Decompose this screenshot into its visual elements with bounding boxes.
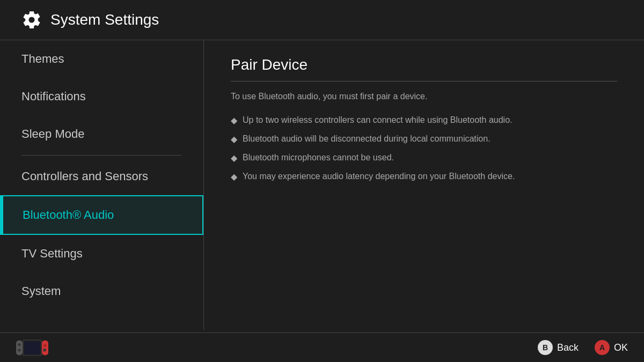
sidebar: Themes Notifications Sleep Mode Controll…	[0, 40, 204, 330]
page-title: System Settings	[50, 11, 159, 28]
svg-rect-0	[16, 340, 23, 354]
content-area: Pair Device To use Bluetooth audio, you …	[204, 40, 644, 330]
sidebar-item-controllers-and-sensors[interactable]: Controllers and Sensors	[0, 158, 203, 195]
switch-console-icon	[16, 338, 48, 357]
main-layout: Themes Notifications Sleep Mode Controll…	[0, 40, 644, 330]
bullet-item-4: ◆ You may experience audio latency depen…	[231, 170, 617, 183]
back-label: Back	[557, 342, 579, 353]
sidebar-item-bluetooth-audio[interactable]: Bluetooth® Audio	[0, 195, 203, 235]
bullet-diamond-3: ◆	[231, 152, 237, 165]
sidebar-divider	[21, 155, 182, 156]
sidebar-item-system[interactable]: System	[0, 272, 203, 310]
svg-point-2	[18, 349, 20, 351]
sidebar-item-sleep-mode[interactable]: Sleep Mode	[0, 115, 203, 153]
b-button-circle: B	[538, 340, 553, 355]
sidebar-item-tv-settings[interactable]: TV Settings	[0, 235, 203, 272]
svg-rect-5	[24, 341, 40, 354]
bullet-item-2: ◆ Bluetooth audio will be disconnected d…	[231, 132, 617, 146]
bottom-buttons: B Back A OK	[538, 340, 628, 355]
sidebar-item-themes[interactable]: Themes	[0, 40, 203, 78]
a-button-circle: A	[595, 340, 610, 355]
settings-gear-icon	[21, 10, 42, 30]
bullet-diamond-2: ◆	[231, 133, 237, 146]
bottom-bar: B Back A OK	[0, 333, 644, 362]
bullet-item-1: ◆ Up to two wireless controllers can con…	[231, 114, 617, 127]
content-title: Pair Device	[231, 56, 617, 82]
content-description: To use Bluetooth audio, you must first p…	[231, 90, 617, 103]
header: System Settings	[0, 0, 644, 40]
bullet-diamond-1: ◆	[231, 114, 237, 127]
back-button[interactable]: B Back	[538, 340, 579, 355]
bullet-diamond-4: ◆	[231, 171, 237, 183]
ok-button[interactable]: A OK	[595, 340, 628, 355]
svg-point-7	[43, 344, 46, 346]
console-icon	[16, 338, 48, 357]
bullet-item-3: ◆ Bluetooth microphones cannot be used.	[231, 151, 617, 165]
svg-rect-8	[43, 349, 46, 351]
sidebar-item-notifications[interactable]: Notifications	[0, 78, 203, 115]
ok-label: OK	[614, 342, 628, 353]
svg-rect-1	[18, 343, 20, 345]
svg-rect-6	[42, 340, 48, 354]
content-bullets-list: ◆ Up to two wireless controllers can con…	[231, 114, 617, 183]
